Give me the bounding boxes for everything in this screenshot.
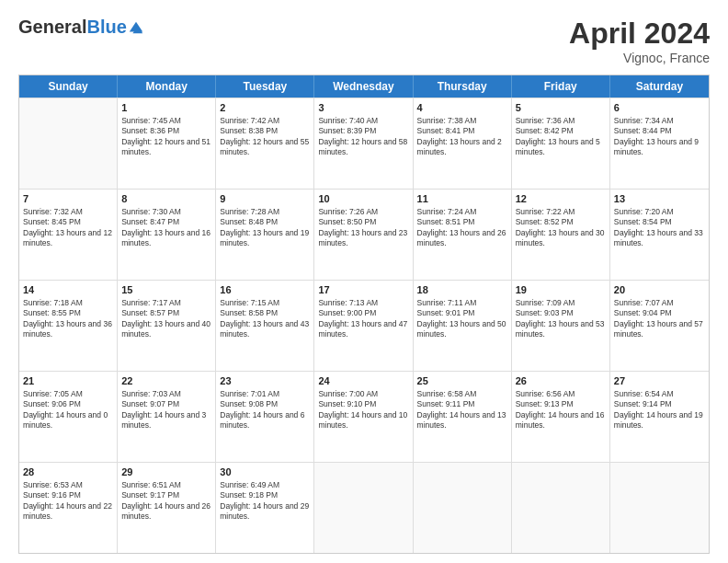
header: GeneralBlue April 2024 Vignoc, France [18,17,710,65]
calendar-cell-3-6: 27Sunrise: 6:54 AM Sunset: 9:14 PM Dayli… [610,372,709,462]
cell-details: Sunrise: 7:26 AM Sunset: 8:50 PM Dayligh… [318,207,408,249]
cell-details: Sunrise: 7:18 AM Sunset: 8:55 PM Dayligh… [23,298,113,340]
cell-details: Sunrise: 7:05 AM Sunset: 9:06 PM Dayligh… [23,389,113,431]
header-sunday: Sunday [19,75,118,98]
calendar-cell-3-1: 22Sunrise: 7:03 AM Sunset: 9:07 PM Dayli… [118,372,216,462]
cell-details: Sunrise: 7:09 AM Sunset: 9:03 PM Dayligh… [516,298,606,340]
day-number: 11 [417,192,507,206]
cell-details: Sunrise: 6:54 AM Sunset: 9:14 PM Dayligh… [614,389,705,431]
cell-details: Sunrise: 7:24 AM Sunset: 8:51 PM Dayligh… [417,207,507,249]
calendar-cell-4-5 [512,463,610,553]
cell-details: Sunrise: 7:13 AM Sunset: 9:00 PM Dayligh… [318,298,408,340]
calendar-cell-3-4: 25Sunrise: 6:58 AM Sunset: 9:11 PM Dayli… [414,372,512,462]
calendar-row-4: 28Sunrise: 6:53 AM Sunset: 9:16 PM Dayli… [19,462,709,553]
calendar-cell-3-0: 21Sunrise: 7:05 AM Sunset: 9:06 PM Dayli… [19,372,118,462]
day-number: 17 [318,283,408,297]
day-number: 15 [121,283,211,297]
calendar-body: 1Sunrise: 7:45 AM Sunset: 8:36 PM Daylig… [19,98,709,553]
cell-details: Sunrise: 7:32 AM Sunset: 8:45 PM Dayligh… [23,207,113,249]
cell-details: Sunrise: 7:38 AM Sunset: 8:41 PM Dayligh… [417,116,507,158]
cell-details: Sunrise: 7:07 AM Sunset: 9:04 PM Dayligh… [614,298,705,340]
day-number: 4 [417,101,507,115]
cell-details: Sunrise: 7:28 AM Sunset: 8:48 PM Dayligh… [220,207,310,249]
calendar-cell-2-0: 14Sunrise: 7:18 AM Sunset: 8:55 PM Dayli… [19,281,118,371]
header-wednesday: Wednesday [314,75,413,98]
header-friday: Friday [512,75,610,98]
calendar-cell-1-5: 12Sunrise: 7:22 AM Sunset: 8:52 PM Dayli… [512,190,610,280]
cell-details: Sunrise: 7:20 AM Sunset: 8:54 PM Dayligh… [614,207,705,249]
calendar-cell-2-2: 16Sunrise: 7:15 AM Sunset: 8:58 PM Dayli… [216,281,314,371]
day-number: 16 [220,283,310,297]
cell-details: Sunrise: 7:36 AM Sunset: 8:42 PM Dayligh… [516,116,606,158]
calendar-cell-3-5: 26Sunrise: 6:56 AM Sunset: 9:13 PM Dayli… [512,372,610,462]
day-number: 7 [23,192,113,206]
cell-details: Sunrise: 7:42 AM Sunset: 8:38 PM Dayligh… [220,116,310,158]
title-month: April 2024 [569,17,710,51]
day-number: 21 [23,374,113,388]
logo-general: GeneralBlue [18,17,127,38]
calendar-cell-0-5: 5Sunrise: 7:36 AM Sunset: 8:42 PM Daylig… [512,98,610,189]
calendar-cell-3-2: 23Sunrise: 7:01 AM Sunset: 9:08 PM Dayli… [216,372,314,462]
cell-details: Sunrise: 7:40 AM Sunset: 8:39 PM Dayligh… [318,116,408,158]
calendar-cell-2-5: 19Sunrise: 7:09 AM Sunset: 9:03 PM Dayli… [512,281,610,371]
calendar-cell-1-1: 8Sunrise: 7:30 AM Sunset: 8:47 PM Daylig… [118,190,216,280]
title-block: April 2024 Vignoc, France [569,17,710,65]
title-location: Vignoc, France [569,51,710,65]
calendar-cell-4-0: 28Sunrise: 6:53 AM Sunset: 9:16 PM Dayli… [19,463,118,553]
day-number: 26 [516,374,606,388]
day-number: 6 [614,101,705,115]
day-number: 1 [121,101,211,115]
calendar-cell-0-1: 1Sunrise: 7:45 AM Sunset: 8:36 PM Daylig… [118,98,216,189]
calendar-cell-2-6: 20Sunrise: 7:07 AM Sunset: 9:04 PM Dayli… [610,281,709,371]
calendar-cell-0-3: 3Sunrise: 7:40 AM Sunset: 8:39 PM Daylig… [314,98,413,189]
day-number: 23 [220,374,310,388]
logo-icon [128,19,144,36]
day-number: 10 [318,192,408,206]
cell-details: Sunrise: 7:00 AM Sunset: 9:10 PM Dayligh… [318,389,408,431]
calendar-cell-1-6: 13Sunrise: 7:20 AM Sunset: 8:54 PM Dayli… [610,190,709,280]
cell-details: Sunrise: 7:30 AM Sunset: 8:47 PM Dayligh… [121,207,211,249]
header-thursday: Thursday [414,75,512,98]
calendar-cell-4-6 [610,463,709,553]
calendar-header: Sunday Monday Tuesday Wednesday Thursday… [19,75,709,98]
calendar-row-0: 1Sunrise: 7:45 AM Sunset: 8:36 PM Daylig… [19,98,709,189]
cell-details: Sunrise: 7:01 AM Sunset: 9:08 PM Dayligh… [220,389,310,431]
page: GeneralBlue April 2024 Vignoc, France Su… [0,0,728,563]
cell-details: Sunrise: 7:34 AM Sunset: 8:44 PM Dayligh… [614,116,705,158]
calendar-cell-1-0: 7Sunrise: 7:32 AM Sunset: 8:45 PM Daylig… [19,190,118,280]
day-number: 18 [417,283,507,297]
calendar-cell-1-4: 11Sunrise: 7:24 AM Sunset: 8:51 PM Dayli… [414,190,512,280]
calendar-cell-2-3: 17Sunrise: 7:13 AM Sunset: 9:00 PM Dayli… [314,281,413,371]
day-number: 12 [516,192,606,206]
cell-details: Sunrise: 6:49 AM Sunset: 9:18 PM Dayligh… [220,480,310,523]
header-saturday: Saturday [610,75,709,98]
day-number: 2 [220,101,310,115]
calendar-cell-4-1: 29Sunrise: 6:51 AM Sunset: 9:17 PM Dayli… [118,463,216,553]
calendar-cell-4-4 [414,463,512,553]
cell-details: Sunrise: 7:03 AM Sunset: 9:07 PM Dayligh… [121,389,211,431]
cell-details: Sunrise: 7:11 AM Sunset: 9:01 PM Dayligh… [417,298,507,340]
calendar-cell-2-1: 15Sunrise: 7:17 AM Sunset: 8:57 PM Dayli… [118,281,216,371]
day-number: 8 [121,192,211,206]
day-number: 5 [516,101,606,115]
calendar-cell-0-6: 6Sunrise: 7:34 AM Sunset: 8:44 PM Daylig… [610,98,709,189]
day-number: 29 [121,465,211,479]
day-number: 24 [318,374,408,388]
calendar-cell-2-4: 18Sunrise: 7:11 AM Sunset: 9:01 PM Dayli… [414,281,512,371]
cell-details: Sunrise: 6:56 AM Sunset: 9:13 PM Dayligh… [516,389,606,431]
day-number: 28 [23,465,113,479]
calendar-row-3: 21Sunrise: 7:05 AM Sunset: 9:06 PM Dayli… [19,371,709,462]
calendar-row-2: 14Sunrise: 7:18 AM Sunset: 8:55 PM Dayli… [19,280,709,371]
cell-details: Sunrise: 7:45 AM Sunset: 8:36 PM Dayligh… [121,116,211,158]
cell-details: Sunrise: 6:51 AM Sunset: 9:17 PM Dayligh… [121,480,211,523]
day-number: 22 [121,374,211,388]
calendar-cell-1-2: 9Sunrise: 7:28 AM Sunset: 8:48 PM Daylig… [216,190,314,280]
calendar-cell-4-3 [314,463,413,553]
calendar-cell-1-3: 10Sunrise: 7:26 AM Sunset: 8:50 PM Dayli… [314,190,413,280]
day-number: 14 [23,283,113,297]
day-number: 20 [614,283,705,297]
day-number: 13 [614,192,705,206]
logo: GeneralBlue [18,17,144,38]
calendar-row-1: 7Sunrise: 7:32 AM Sunset: 8:45 PM Daylig… [19,189,709,280]
day-number: 3 [318,101,408,115]
